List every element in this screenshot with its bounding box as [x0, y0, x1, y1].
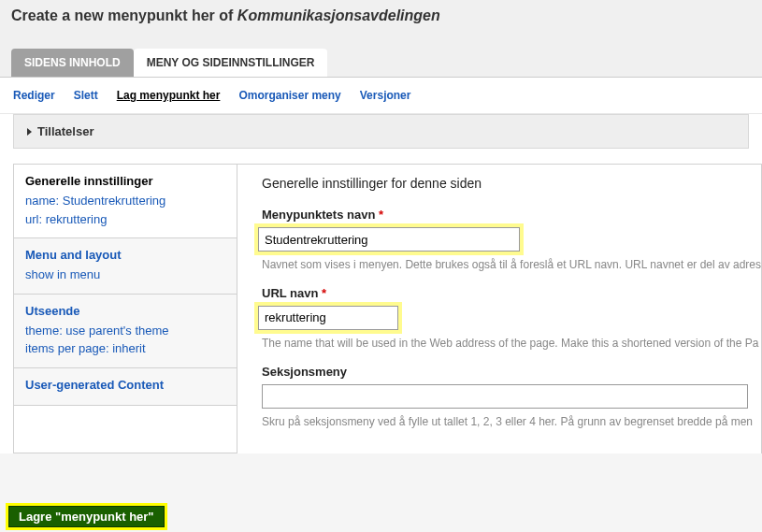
menuname-input[interactable]	[258, 227, 520, 252]
sidebar-appearance[interactable]: Utseende theme: use parent's theme items…	[14, 295, 237, 368]
sidebar-appearance-items: items per page: inherit	[25, 339, 225, 358]
sidebar-general-title: Generelle innstillinger	[25, 174, 225, 188]
menuname-label: Menypunktets navn *	[262, 208, 761, 222]
urlname-label: URL navn *	[262, 286, 761, 300]
page-title: Create a new menypunkt her of Kommunikas…	[11, 7, 751, 24]
required-star: *	[379, 208, 383, 222]
content: Generelle innstillinger name: Studentrek…	[13, 164, 762, 453]
urlname-help: The name that will be used in the Web ad…	[262, 336, 761, 352]
tabs: SIDENS INNHOLD MENY OG SIDEINNSTILLINGER	[11, 49, 751, 77]
form-heading: Generelle innstillinger for denne siden	[262, 176, 761, 191]
sidebar-appearance-theme: theme: use parent's theme	[25, 322, 225, 340]
sidebar-menu-title: Menu and layout	[25, 248, 225, 262]
menuname-label-text: Menypunktets navn	[262, 208, 375, 222]
subnav-current[interactable]: Lag menypunkt her	[117, 89, 221, 102]
sidebar: Generelle innstillinger name: Studentrek…	[13, 165, 237, 453]
sidebar-menu[interactable]: Menu and layout show in menu	[14, 238, 237, 295]
urlname-input[interactable]	[258, 306, 398, 330]
tab-settings[interactable]: MENY OG SIDEINNSTILLINGER	[134, 49, 328, 77]
caret-right-icon	[27, 128, 32, 136]
tabs-bar: SIDENS INNHOLD MENY OG SIDEINNSTILLINGER	[0, 32, 762, 78]
sidebar-appearance-title: Utseende	[25, 304, 225, 318]
page-header: Create a new menypunkt her of Kommunikas…	[0, 0, 762, 32]
subnav-edit[interactable]: Rediger	[13, 89, 55, 102]
section-input[interactable]	[262, 384, 748, 409]
form-group-section: Seksjonsmeny Skru på seksjonsmeny ved å …	[262, 365, 761, 430]
subnav: Rediger Slett Lag menypunkt her Omorgani…	[0, 78, 762, 114]
section-label: Seksjonsmeny	[262, 365, 761, 379]
tab-content[interactable]: SIDENS INNHOLD	[11, 49, 134, 77]
save-button-highlight: Lagre "menypunkt her"	[6, 503, 167, 530]
save-button[interactable]: Lagre "menypunkt her"	[8, 506, 165, 527]
subnav-versions[interactable]: Versjoner	[360, 89, 411, 102]
title-dept: Kommunikasjonsavdelingen	[237, 7, 440, 23]
form-area: Generelle innstillinger for denne siden …	[237, 165, 762, 453]
permissions-label: Tillatelser	[37, 124, 93, 138]
sidebar-general[interactable]: Generelle innstillinger name: Studentrek…	[14, 165, 237, 238]
urlname-label-text: URL navn	[262, 286, 318, 300]
required-star: *	[322, 286, 326, 300]
sidebar-general-url: url: rekruttering	[25, 210, 225, 229]
sidebar-ugc-title: User-generated Content	[25, 378, 225, 392]
section-help: Skru på seksjonsmeny ved å fylle ut tall…	[262, 414, 761, 430]
sidebar-menu-line: show in menu	[25, 266, 225, 284]
menuname-help: Navnet som vises i menyen. Dette brukes …	[262, 257, 761, 273]
form-group-urlname: URL navn * The name that will be used in…	[262, 286, 761, 352]
subnav-delete[interactable]: Slett	[74, 89, 98, 102]
highlight-urlname	[258, 306, 398, 330]
sidebar-ugc[interactable]: User-generated Content	[14, 368, 237, 406]
sidebar-general-name: name: Studentrekruttering	[25, 192, 225, 210]
title-prefix: Create a new menypunkt her of	[11, 7, 237, 23]
permissions-bar[interactable]: Tillatelser	[13, 114, 749, 149]
subnav-reorg[interactable]: Omorganiser meny	[238, 89, 340, 102]
highlight-menuname	[258, 227, 520, 252]
form-group-menuname: Menypunktets navn * Navnet som vises i m…	[262, 208, 761, 273]
